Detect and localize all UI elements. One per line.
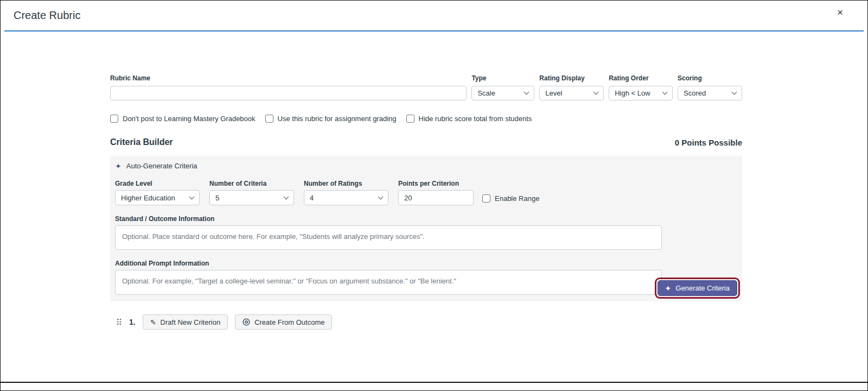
create-from-outcome-button[interactable]: Create From Outcome bbox=[235, 314, 332, 330]
hide-score-checkbox-item: Hide rubric score total from students bbox=[406, 115, 532, 123]
draft-new-criterion-button[interactable]: ✎ Draft New Criterion bbox=[143, 314, 228, 330]
rating-display-label: Rating Display bbox=[539, 74, 604, 82]
chevron-down-icon bbox=[662, 90, 668, 95]
criterion-row: ⠿ 1. ✎ Draft New Criterion Create From O… bbox=[116, 314, 742, 330]
page-title: Create Rubric bbox=[14, 9, 80, 22]
auto-generate-header: ✦ Auto-Generate Criteria bbox=[115, 162, 737, 170]
type-select[interactable]: Scale bbox=[471, 86, 534, 100]
close-icon[interactable]: × bbox=[837, 7, 843, 17]
auto-generate-controls-row: Grade Level Higher Education Number of C… bbox=[115, 180, 737, 205]
rating-display-select[interactable]: Level bbox=[539, 86, 604, 100]
scoring-field-group: Scoring Scored bbox=[678, 74, 742, 100]
enable-range-label: Enable Range bbox=[495, 194, 539, 203]
enable-range-checkbox[interactable] bbox=[482, 194, 490, 203]
scoring-select[interactable]: Scored bbox=[678, 86, 742, 100]
modal-content: Rubric Name Type Scale Rating Display Le… bbox=[110, 31, 742, 330]
screenshot-frame: Create Rubric × Rubric Name Type Scale bbox=[0, 0, 868, 391]
additional-prompt-textarea[interactable] bbox=[115, 270, 662, 295]
scoring-label: Scoring bbox=[678, 74, 742, 82]
dont-post-checkbox-item: Don't post to Learning Mastery Gradebook bbox=[110, 115, 256, 123]
scoring-select-value: Scored bbox=[684, 89, 706, 97]
additional-prompt-label: Additional Prompt Information bbox=[115, 260, 737, 267]
drag-handle-icon[interactable]: ⠿ bbox=[116, 318, 122, 326]
number-of-criteria-select-value: 5 bbox=[215, 194, 219, 202]
number-of-criteria-select[interactable]: 5 bbox=[209, 190, 294, 205]
rating-order-field-group: Rating Order High < Low bbox=[609, 74, 673, 100]
modal-header: Create Rubric × bbox=[4, 1, 864, 31]
chevron-down-icon bbox=[732, 90, 737, 95]
type-field-group: Type Scale bbox=[471, 74, 534, 100]
criteria-builder-heading: Criteria Builder bbox=[110, 137, 173, 147]
points-per-criterion-input[interactable] bbox=[398, 190, 474, 205]
points-possible: 0 Points Possible bbox=[675, 138, 742, 147]
auto-generate-panel: ✦ Auto-Generate Criteria Grade Level Hig… bbox=[110, 156, 742, 301]
grade-level-field-group: Grade Level Higher Education bbox=[115, 180, 200, 205]
points-per-criterion-label: Points per Criterion bbox=[398, 180, 474, 187]
rubric-options-row: Don't post to Learning Mastery Gradebook… bbox=[110, 115, 742, 123]
standard-outcome-label: Standard / Outcome Information bbox=[115, 215, 737, 223]
hide-score-checkbox[interactable] bbox=[406, 115, 414, 123]
grade-level-select[interactable]: Higher Education bbox=[115, 190, 200, 205]
rubric-name-field-group: Rubric Name bbox=[110, 74, 467, 100]
rubric-name-label: Rubric Name bbox=[110, 74, 467, 82]
annotation-highlight-ring: ✦ Generate Criteria bbox=[655, 278, 740, 299]
enable-range-item: Enable Range bbox=[482, 194, 539, 203]
chevron-down-icon bbox=[524, 90, 529, 95]
grade-level-select-value: Higher Education bbox=[121, 194, 175, 202]
rating-display-select-value: Level bbox=[545, 89, 562, 97]
dont-post-checkbox[interactable] bbox=[110, 115, 118, 123]
type-select-value: Scale bbox=[477, 89, 495, 97]
generate-criteria-button-label: Generate Criteria bbox=[675, 284, 730, 292]
sparkle-icon: ✦ bbox=[115, 162, 122, 170]
assignment-grading-checkbox-label: Use this rubric for assignment grading bbox=[278, 115, 397, 123]
pencil-icon: ✎ bbox=[150, 319, 156, 326]
dont-post-checkbox-label: Don't post to Learning Mastery Gradebook bbox=[123, 115, 256, 123]
number-of-ratings-label: Number of Ratings bbox=[304, 180, 388, 187]
auto-generate-title: Auto-Generate Criteria bbox=[126, 162, 197, 170]
criteria-builder-heading-row: Criteria Builder 0 Points Possible bbox=[110, 137, 742, 147]
draft-new-criterion-button-label: Draft New Criterion bbox=[161, 318, 221, 326]
chevron-down-icon bbox=[189, 194, 195, 199]
rating-order-label: Rating Order bbox=[609, 74, 673, 82]
number-of-ratings-select-value: 4 bbox=[310, 194, 314, 202]
number-of-ratings-select[interactable]: 4 bbox=[304, 190, 388, 205]
rating-order-select-value: High < Low bbox=[615, 89, 650, 97]
hide-score-checkbox-label: Hide rubric score total from students bbox=[419, 115, 532, 123]
rating-order-select[interactable]: High < Low bbox=[609, 86, 673, 100]
assignment-grading-checkbox[interactable] bbox=[265, 115, 273, 123]
points-per-criterion-field-group: Points per Criterion bbox=[398, 180, 474, 205]
assignment-grading-checkbox-item: Use this rubric for assignment grading bbox=[265, 115, 397, 123]
outcome-target-icon bbox=[242, 318, 250, 326]
criterion-index: 1. bbox=[129, 318, 136, 326]
rubric-name-input[interactable] bbox=[110, 86, 467, 100]
type-label: Type bbox=[471, 74, 534, 82]
standard-outcome-textarea[interactable] bbox=[115, 225, 662, 250]
chevron-down-icon bbox=[378, 194, 384, 199]
number-of-ratings-field-group: Number of Ratings 4 bbox=[304, 180, 388, 205]
chevron-down-icon bbox=[593, 90, 599, 95]
grade-level-label: Grade Level bbox=[115, 180, 200, 187]
sparkle-icon: ✦ bbox=[665, 285, 672, 292]
create-from-outcome-button-label: Create From Outcome bbox=[254, 318, 324, 326]
chevron-down-icon bbox=[284, 194, 289, 199]
create-rubric-modal: Create Rubric × Rubric Name Type Scale bbox=[1, 1, 867, 383]
rubric-settings-row: Rubric Name Type Scale Rating Display Le… bbox=[110, 74, 742, 100]
number-of-criteria-label: Number of Criteria bbox=[209, 180, 294, 187]
rating-display-field-group: Rating Display Level bbox=[539, 74, 604, 100]
generate-criteria-button[interactable]: ✦ Generate Criteria bbox=[658, 280, 737, 296]
number-of-criteria-field-group: Number of Criteria 5 bbox=[209, 180, 294, 205]
